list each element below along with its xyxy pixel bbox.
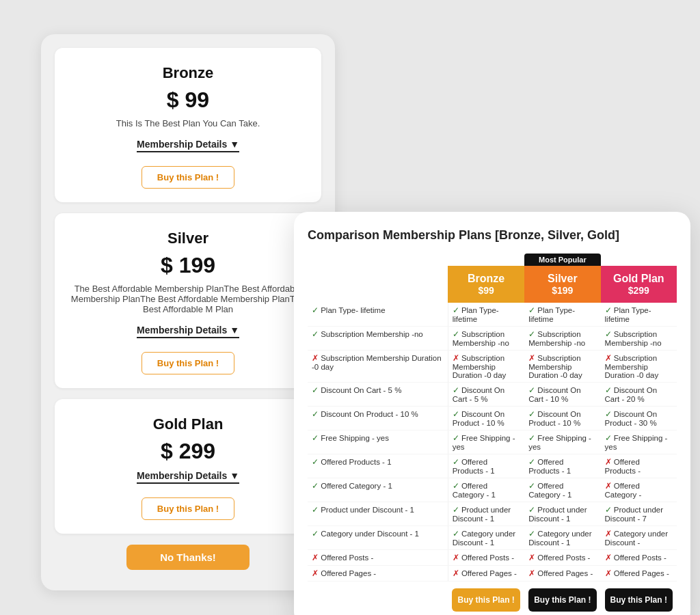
silver-header: Silver $199 [524,266,600,303]
feature-discount-product: ✓ Discount On Product - 10 % ✓ Discount … [308,407,677,430]
bronze-compare-buy-button[interactable]: Buy this Plan ! [452,588,520,612]
feature-offered-pages: ✗ Offered Pages - ✗ Offered Pages - ✗ Of… [308,566,677,582]
silver-compare-buy-button[interactable]: Buy this Plan ! [528,588,596,612]
feature-plan-type: ✓ Plan Type- lifetime ✓ Plan Type- lifet… [308,303,677,327]
left-panel: Bronze $ 99 This Is The Best Plan You Ca… [41,34,335,590]
gold-plan-name: Gold Plan [68,415,308,433]
most-popular-badge: Most Popular [524,254,600,266]
gold-buy-button[interactable]: Buy this Plan ! [142,497,234,520]
bronze-buy-button[interactable]: Buy this Plan ! [142,166,234,189]
silver-plan-price: $ 199 [68,253,308,278]
feature-offered-category: ✓ Offered Category - 1 ✓ Offered Categor… [308,478,677,502]
feature-product-discount: ✓ Product under Discount - 1 ✓ Product u… [308,502,677,526]
feature-offered-posts: ✗ Offered Posts - ✗ Offered Posts - ✗ Of… [308,550,677,566]
bronze-header: Bronze $99 [448,266,524,303]
comparison-panel: Comparison Membership Plans [Bronze, Sil… [294,212,690,615]
gold-compare-buy-button[interactable]: Buy this Plan ! [605,588,673,612]
silver-plan-name: Silver [68,230,308,247]
feature-category-discount: ✓ Category under Discount - 1 ✓ Category… [308,526,677,550]
feature-sub-duration: ✗ Subscription Membership Duration -0 da… [308,351,677,383]
comparison-table: Most Popular Bronze $99 Silver $199 Gold… [308,254,677,612]
gold-plan-card: Gold Plan $ 299 Membership Details ▼ Buy… [55,399,321,534]
gold-membership-details[interactable]: Membership Details ▼ [137,470,239,484]
comparison-title: Comparison Membership Plans [Bronze, Sil… [308,228,677,243]
silver-membership-details[interactable]: Membership Details ▼ [137,325,239,338]
feature-subscription: ✓ Subscription Membership -no ✓ Subscrip… [308,327,677,351]
bronze-plan-name: Bronze [68,64,308,82]
feature-discount-cart: ✓ Discount On Cart - 5 % ✓ Discount On C… [308,383,677,407]
bronze-plan-card: Bronze $ 99 This Is The Best Plan You Ca… [55,48,321,202]
feature-offered-products: ✓ Offered Products - 1 ✓ Offered Product… [308,454,677,478]
header-row: Bronze $99 Silver $199 Gold Plan $299 [308,266,677,303]
buy-footer-row: Buy this Plan ! Buy this Plan ! Buy this… [308,582,677,612]
bronze-membership-details[interactable]: Membership Details ▼ [137,139,239,152]
silver-plan-desc: The Best Affordable Membership PlanThe B… [68,284,308,314]
bronze-plan-price: $ 99 [68,87,308,113]
feature-free-shipping: ✓ Free Shipping - yes ✓ Free Shipping - … [308,430,677,454]
silver-buy-button[interactable]: Buy this Plan ! [142,352,234,374]
no-thanks-button[interactable]: No Thanks! [126,545,250,570]
silver-plan-card: Silver $ 199 The Best Affordable Members… [55,213,321,388]
gold-header: Gold Plan $299 [601,266,677,303]
most-popular-row: Most Popular [308,254,677,266]
gold-plan-price: $ 299 [68,439,308,464]
bronze-plan-desc: This Is The Best Plan You Can Take. [68,118,308,128]
